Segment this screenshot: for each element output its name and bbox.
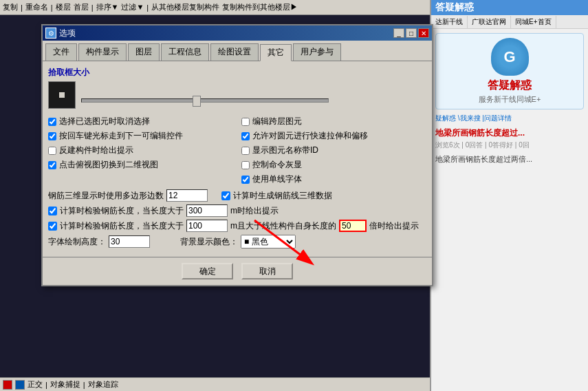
checkbox-2d-view[interactable] xyxy=(48,161,56,169)
checkbox-show-id[interactable] xyxy=(241,147,250,155)
toolbar-sep: | xyxy=(21,3,23,12)
minimize-button[interactable]: _ xyxy=(393,28,404,38)
label-2d-view[interactable]: 点击俯视图切换到二维视图 xyxy=(59,159,158,171)
news-body-1: 地梁所画钢筋长度超过两倍... xyxy=(435,154,584,165)
label-check1[interactable]: 计算时检验钢筋长度，当长度大于 xyxy=(60,205,184,217)
checkbox-fast-stretch[interactable] xyxy=(241,132,250,140)
modal-tabs: 文件 构件显示 图层 工程信息 绘图设置 其它 用户参与 xyxy=(43,41,432,61)
right-panel-tabs: 达新干线 广联达官网 同城E+首页 xyxy=(431,15,588,29)
titlebar-buttons: _ □ ✕ xyxy=(393,28,429,38)
toolbar-sep2: | xyxy=(51,3,53,12)
news-meta-1: 浏览6次 | 0回答 | 0答得好 | 0回 xyxy=(435,140,584,150)
label-edit-span[interactable]: 编辑跨层图元 xyxy=(252,116,302,127)
label-single-font[interactable]: 使用单线字体 xyxy=(252,173,302,185)
crosshair-slider[interactable] xyxy=(81,98,329,103)
option-2d-view: 点击俯视图切换到二维视图 xyxy=(48,159,233,171)
tab-layer[interactable]: 图层 xyxy=(128,43,160,61)
toolbar-firstfloor[interactable]: 首层 xyxy=(74,2,89,12)
check2-multiplier-input[interactable] xyxy=(339,220,367,232)
toolbar-copy-from[interactable]: 从其他楼层复制构件 xyxy=(151,2,219,12)
bg-color-select[interactable]: ■ 黑色 □ 白色 xyxy=(241,235,296,249)
modal-title-group: ⚙ 选项 xyxy=(45,28,76,39)
check1-input[interactable] xyxy=(186,204,228,217)
tab-xinganxian[interactable]: 达新干线 xyxy=(431,16,468,28)
checkbox-single-font[interactable] xyxy=(241,176,250,184)
tab-component[interactable]: 构件显示 xyxy=(78,43,127,61)
toolbar-filter[interactable]: 过滤▼ xyxy=(121,2,144,12)
tab-project-info[interactable]: 工程信息 xyxy=(161,43,209,61)
label-3d-calc[interactable]: 计算时生成钢筋线三维数据 xyxy=(233,190,332,202)
label-deselect[interactable]: 选择已选图元时取消选择 xyxy=(59,116,150,127)
slider-thumb[interactable] xyxy=(193,96,201,107)
status-snap[interactable]: 对象捕捉 xyxy=(50,379,80,390)
checkbox-check1[interactable] xyxy=(48,207,57,215)
toolbar-rename[interactable]: 重命名 xyxy=(25,2,48,12)
tab-file[interactable]: 文件 xyxy=(45,43,77,61)
status-ortho[interactable]: 正交 xyxy=(28,379,43,390)
font-bg-row: 字体绘制高度： 背景显示颜色： ■ 黑色 □ 白色 xyxy=(48,235,426,249)
status-sep2: | xyxy=(83,381,85,389)
checkbox-deselect[interactable] xyxy=(48,118,56,126)
option-next-ctrl: 按回车键光标走到下一可编辑控件 xyxy=(48,130,233,142)
tab-user[interactable]: 用户参与 xyxy=(293,43,341,61)
tab-tongcheng[interactable]: 同城E+首页 xyxy=(511,16,556,28)
ok-button[interactable]: 确定 xyxy=(182,263,233,279)
option-reverse-build: 反建构件时给出提示 xyxy=(48,145,233,156)
right-panel-body: G 答疑解惑 服务新干线同城E+ 疑解惑 \我来搜 |问题详情 地梁所画钢筋长度… xyxy=(431,29,588,169)
modal-title-text: 选项 xyxy=(59,28,76,39)
toolbar-floor[interactable]: 楼层 xyxy=(56,2,71,12)
label-cmd-gray[interactable]: 控制命令灰显 xyxy=(252,159,302,171)
checkbox-reverse-build[interactable] xyxy=(48,147,56,155)
label-fast-stretch[interactable]: 允许对圆元进行快速拉伸和偏移 xyxy=(252,130,368,142)
label-reverse-build[interactable]: 反建构件时给出提示 xyxy=(59,145,133,156)
close-button[interactable]: ✕ xyxy=(418,28,429,38)
mascot-letter: G xyxy=(503,48,515,66)
checkbox-next-ctrl[interactable] xyxy=(48,132,56,140)
modal-body: 拾取框大小 选择已选图元时取消选择 编辑跨层图元 按回车键光标走 xyxy=(43,61,432,257)
crosshair-section xyxy=(48,81,426,109)
qa-box: G 答疑解惑 服务新干线同城E+ xyxy=(435,33,584,109)
qa-links[interactable]: 疑解惑 \我来搜 |问题详情 xyxy=(435,114,584,123)
news-title-1: 地梁所画钢筋长度超过... xyxy=(435,127,584,139)
right-panel-title: 答疑解惑 xyxy=(435,1,474,14)
option-cmd-gray: 控制命令灰显 xyxy=(241,159,426,171)
tab-glda[interactable]: 广联达官网 xyxy=(468,16,511,28)
crosshair-section-title: 拾取框大小 xyxy=(48,67,426,78)
options-dialog: ⚙ 选项 _ □ ✕ 文件 构件显示 图层 工程信息 绘图设置 其它 用户参与 … xyxy=(41,24,433,286)
modal-titlebar: ⚙ 选项 _ □ ✕ xyxy=(43,25,432,41)
restore-button[interactable]: □ xyxy=(406,28,417,38)
option-single-font: 使用单线字体 xyxy=(241,173,426,185)
crosshair-inner xyxy=(59,92,65,98)
label-check2[interactable]: 计算时检验钢筋长度，当长度大于 xyxy=(60,220,184,232)
toolbar-sep4: | xyxy=(146,3,149,12)
bg-color-label: 背景显示颜色： xyxy=(180,236,238,248)
status-track[interactable]: 对象追踪 xyxy=(88,379,118,390)
label-next-ctrl[interactable]: 按回车键光标走到下一可编辑控件 xyxy=(59,130,183,142)
modal-title-icon: ⚙ xyxy=(45,28,56,39)
label-show-id[interactable]: 显示图元名称带ID xyxy=(252,145,318,156)
checkbox-check2[interactable] xyxy=(48,222,57,231)
check1-unit: m时给出提示 xyxy=(230,205,279,217)
cancel-button[interactable]: 取消 xyxy=(241,263,293,279)
tab-draw-settings[interactable]: 绘图设置 xyxy=(210,43,259,61)
checkbox-3d-calc[interactable] xyxy=(221,191,230,200)
check2-input[interactable] xyxy=(186,220,228,232)
polygon-input[interactable] xyxy=(166,189,208,202)
tab-other[interactable]: 其它 xyxy=(260,44,292,61)
toolbar-copy-to[interactable]: 复制构件到其他楼层▶ xyxy=(222,2,298,12)
font-height-input[interactable] xyxy=(109,235,150,248)
option-show-id: 显示图元名称带ID xyxy=(241,145,426,156)
status-blue-indicator xyxy=(15,380,25,390)
statusbar: 正交 | 对象捕捉 | 对象追踪 xyxy=(0,377,430,391)
toolbar-copy[interactable]: 复制 xyxy=(3,2,18,12)
qa-title: 答疑解惑 xyxy=(440,78,579,93)
polygon-label: 钢筋三维显示时使用多边形边数 xyxy=(48,190,164,202)
check2-unit: m且大于线性构件自身长度的 xyxy=(230,220,336,232)
check2-row: 计算时检验钢筋长度，当长度大于 m且大于线性构件自身长度的 倍时给出提示 xyxy=(48,220,426,232)
toolbar-sep3: | xyxy=(91,3,94,12)
checkbox-cmd-gray[interactable] xyxy=(241,161,250,169)
status-red-indicator xyxy=(3,380,12,390)
toolbar-sort[interactable]: 排序▼ xyxy=(96,2,119,12)
checkbox-edit-span[interactable] xyxy=(241,118,250,126)
option-edit-span: 编辑跨层图元 xyxy=(241,116,426,127)
